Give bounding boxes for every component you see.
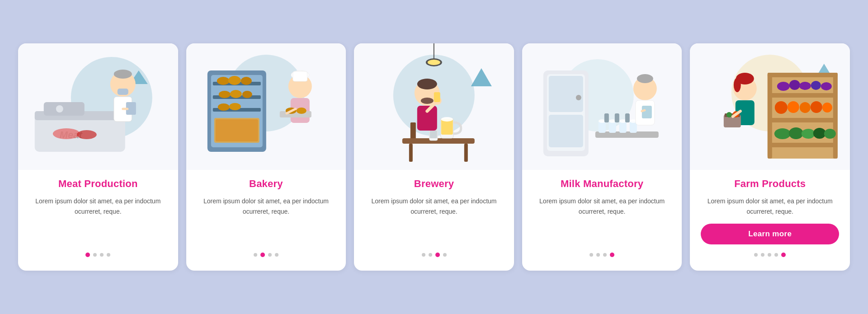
- svg-point-105: [802, 129, 815, 139]
- svg-point-94: [789, 80, 800, 90]
- svg-point-100: [800, 102, 811, 113]
- svg-point-43: [428, 60, 440, 65]
- illustration-bakery: [186, 43, 346, 170]
- svg-marker-40: [471, 68, 492, 86]
- dot-active: [610, 253, 614, 257]
- svg-point-25: [218, 91, 230, 98]
- dots-brewery: [422, 253, 447, 257]
- svg-point-10: [114, 70, 132, 79]
- svg-point-27: [242, 91, 252, 98]
- dot-active: [260, 253, 265, 257]
- card-title-farm-products: Farm Products: [734, 178, 806, 190]
- svg-point-95: [799, 82, 811, 90]
- dots-bakery: [254, 253, 278, 257]
- illustration-farm-products: [690, 43, 850, 170]
- dots-meat-production: [85, 253, 110, 257]
- svg-rect-12: [118, 89, 128, 95]
- svg-rect-88: [769, 93, 836, 98]
- dot-active: [435, 253, 440, 257]
- dot: [254, 253, 257, 257]
- svg-point-37: [296, 108, 306, 114]
- card-text-milk-manufactory: Lorem ipsum dolor sit amet, ea per indoc…: [533, 196, 671, 244]
- svg-rect-65: [549, 115, 583, 147]
- svg-point-98: [775, 101, 788, 114]
- dot: [275, 253, 278, 257]
- svg-point-104: [789, 127, 803, 139]
- card-title-bakery: Bakery: [249, 178, 283, 190]
- cards-container: Meat Meat Produ: [18, 43, 850, 271]
- svg-rect-7: [44, 102, 85, 116]
- card-brewery: Brewery Lorem ipsum dolor sit amet, ea p…: [354, 43, 514, 271]
- card-bakery: Bakery Lorem ipsum dolor sit amet, ea pe…: [186, 43, 346, 271]
- card-body-brewery: Brewery Lorem ipsum dolor sit amet, ea p…: [354, 170, 514, 261]
- dot: [100, 253, 104, 257]
- dot: [754, 253, 758, 257]
- svg-rect-48: [406, 138, 420, 142]
- card-text-brewery: Lorem ipsum dolor sit amet, ea per indoc…: [365, 196, 503, 244]
- svg-point-103: [774, 128, 791, 139]
- svg-rect-78: [625, 113, 630, 122]
- card-body-bakery: Bakery Lorem ipsum dolor sit amet, ea pe…: [186, 170, 346, 261]
- svg-rect-64: [549, 76, 583, 112]
- illustration-milk-manufactory: [522, 43, 682, 170]
- svg-point-55: [417, 79, 437, 89]
- card-title-milk-manufactory: Milk Manufactory: [561, 178, 643, 190]
- svg-rect-87: [768, 73, 838, 77]
- svg-point-114: [726, 112, 732, 117]
- learn-more-button[interactable]: Learn more: [701, 224, 839, 244]
- svg-rect-92: [833, 73, 838, 159]
- svg-rect-47: [410, 122, 416, 141]
- svg-rect-60: [434, 92, 440, 102]
- svg-rect-46: [464, 144, 468, 162]
- svg-rect-53: [430, 130, 437, 138]
- svg-rect-89: [769, 118, 836, 122]
- card-text-bakery: Lorem ipsum dolor sit amet, ea per indoc…: [197, 196, 335, 244]
- card-title-brewery: Brewery: [414, 178, 454, 190]
- svg-point-8: [56, 105, 63, 112]
- svg-rect-19: [215, 119, 258, 141]
- svg-point-26: [230, 90, 241, 98]
- svg-point-6: [77, 130, 97, 139]
- svg-point-56: [421, 98, 434, 104]
- card-title-meat-production: Meat Production: [58, 178, 138, 190]
- svg-point-66: [576, 95, 581, 100]
- svg-point-97: [821, 82, 832, 90]
- svg-point-51: [441, 117, 453, 122]
- card-meat-production: Meat Meat Produ: [18, 43, 178, 271]
- svg-rect-33: [292, 71, 307, 81]
- svg-point-102: [822, 103, 832, 112]
- svg-point-106: [813, 128, 826, 139]
- svg-rect-77: [615, 113, 619, 122]
- svg-point-22: [228, 76, 241, 85]
- svg-point-101: [811, 101, 822, 113]
- svg-line-83: [642, 110, 645, 111]
- svg-rect-91: [768, 73, 772, 159]
- svg-rect-76: [604, 113, 609, 122]
- dot: [590, 253, 593, 257]
- dot: [268, 253, 272, 257]
- illustration-brewery: [354, 43, 514, 170]
- card-body-milk-manufactory: Milk Manufactory Lorem ipsum dolor sit a…: [522, 170, 682, 261]
- card-body-farm-products: Farm Products Lorem ipsum dolor sit amet…: [690, 170, 850, 261]
- svg-rect-90: [769, 143, 836, 147]
- card-milk-manufactory: Milk Manufactory Lorem ipsum dolor sit a…: [522, 43, 682, 271]
- dot: [774, 253, 778, 257]
- dots-milk-manufactory: [590, 253, 614, 257]
- dot: [603, 253, 607, 257]
- svg-point-21: [217, 77, 229, 85]
- dot: [761, 253, 764, 257]
- svg-point-99: [788, 101, 799, 113]
- card-text-meat-production: Lorem ipsum dolor sit amet, ea per indoc…: [29, 196, 167, 244]
- dot: [422, 253, 425, 257]
- card-body-meat-production: Meat Production Lorem ipsum dolor sit am…: [18, 170, 178, 261]
- illustration-meat-production: Meat: [18, 43, 178, 170]
- svg-point-110: [734, 78, 741, 92]
- dot: [596, 253, 600, 257]
- dot: [93, 253, 97, 257]
- card-text-farm-products: Lorem ipsum dolor sit amet, ea per indoc…: [701, 196, 839, 216]
- svg-point-107: [824, 129, 836, 139]
- svg-point-23: [241, 77, 251, 85]
- svg-point-30: [229, 103, 241, 110]
- svg-point-96: [811, 81, 821, 90]
- svg-point-80: [637, 74, 653, 83]
